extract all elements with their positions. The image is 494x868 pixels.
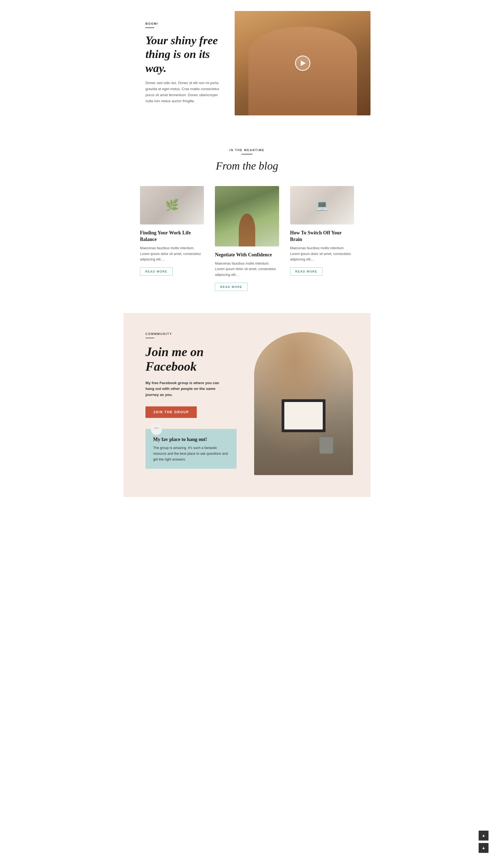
read-more-button-1[interactable]: READ MORE — [140, 267, 173, 276]
hero-image — [235, 11, 370, 115]
blog-section-title: From the blog — [140, 159, 354, 172]
hero-description: Donec sed odio dui. Donec id elit non mi… — [146, 80, 224, 104]
play-button[interactable] — [295, 55, 310, 71]
blog-section-label: IN THE MEANTIME — [140, 148, 354, 152]
blog-card-image-3 — [290, 186, 354, 224]
blog-grid: Finding Your Work Life Balance Maecenas … — [140, 186, 354, 291]
blog-section-underline — [242, 154, 252, 155]
community-label: COMMMUNITY — [146, 332, 236, 336]
community-right — [253, 332, 354, 475]
community-description: My free Facebook group is where you can … — [146, 380, 228, 398]
blog-card-desc-3: Maecenas faucibus mollis interdum. Lorem… — [290, 246, 354, 263]
community-section: COMMMUNITY Join me on Facebook My free F… — [124, 313, 370, 497]
hero-section: BOOM! Your shiny free thing is on its wa… — [124, 0, 370, 132]
community-title: Join me on Facebook — [146, 345, 236, 374]
blog-card-3: How To Switch Off Your Brain Maecenas fa… — [290, 186, 354, 276]
read-more-button-3[interactable]: READ MORE — [290, 267, 323, 276]
testimonial-text: The group is amazing. It's such a fantas… — [153, 445, 229, 462]
blog-card-desc-1: Maecenas faucibus mollis interdum. Lorem… — [140, 246, 204, 263]
hero-label-underline — [146, 28, 154, 28]
notebook-shape — [282, 399, 325, 432]
person-silhouette — [239, 214, 255, 247]
read-more-button-2[interactable]: READ MORE — [215, 283, 248, 291]
blog-card-image-1 — [140, 186, 204, 224]
blog-card-title-3: How To Switch Off Your Brain — [290, 230, 354, 243]
blog-card-2: Negotiate With Confidence Maecenas fauci… — [215, 186, 279, 291]
blog-card-image-2 — [215, 186, 279, 247]
hero-left: BOOM! Your shiny free thing is on its wa… — [124, 11, 235, 115]
quote-icon: ”” — [151, 424, 162, 435]
community-left: COMMMUNITY Join me on Facebook My free F… — [146, 332, 236, 469]
testimonial-card: ”” My fav place to hang out! The group i… — [146, 429, 236, 469]
join-group-button[interactable]: JOIN THE GROUP — [146, 406, 197, 418]
hero-label: BOOM! — [146, 22, 224, 25]
blog-card-1: Finding Your Work Life Balance Maecenas … — [140, 186, 204, 276]
hero-title: Your shiny free thing is on its way. — [146, 34, 224, 75]
coffee-cup-shape — [320, 437, 333, 454]
community-label-underline — [146, 338, 154, 338]
testimonial-title: My fav place to hang out! — [153, 437, 229, 442]
hero-right — [235, 11, 370, 115]
blog-card-desc-2: Maecenas faucibus mollis interdum. Lorem… — [215, 261, 279, 278]
community-image — [254, 332, 353, 475]
blog-section: IN THE MEANTIME From the blog Finding Yo… — [124, 132, 370, 313]
blog-card-title-1: Finding Your Work Life Balance — [140, 230, 204, 243]
blog-card-title-2: Negotiate With Confidence — [215, 251, 279, 258]
